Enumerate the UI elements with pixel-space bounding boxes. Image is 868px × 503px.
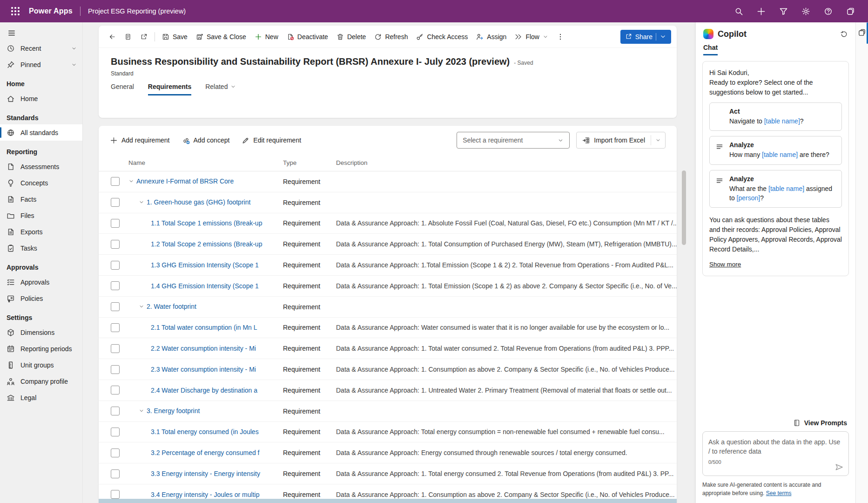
row-expand-chevron-icon[interactable]	[139, 408, 144, 414]
add-concept-button[interactable]: Add concept	[182, 136, 230, 144]
sidebar-item-tasks[interactable]: Tasks	[0, 240, 82, 256]
requirement-name-link[interactable]: 3.3 Energy intensity - Energy intensity	[151, 470, 260, 477]
row-checkbox[interactable]	[111, 386, 120, 394]
delete-button[interactable]: Delete	[332, 29, 370, 45]
sidebar-item-assessments[interactable]: Assessments	[0, 158, 82, 175]
row-checkbox[interactable]	[111, 428, 120, 436]
sidebar-item-policies[interactable]: Policies	[0, 290, 82, 306]
row-expand-chevron-icon[interactable]	[139, 304, 144, 309]
requirement-name-link[interactable]: 1.3 GHG Emission Intensity (Scope 1	[151, 261, 259, 269]
chevron-down-icon[interactable]	[651, 137, 665, 143]
requirement-name-link[interactable]: 3.1 Total energy consumed (in Joules	[151, 428, 259, 435]
requirement-name-link[interactable]: 1. Green-house gas (GHG) footprint	[147, 198, 250, 206]
save-close-button[interactable]: Save & Close	[192, 29, 250, 45]
refresh-button[interactable]: Refresh	[370, 29, 412, 45]
scrollbar-thumb[interactable]	[682, 170, 686, 245]
row-expand-chevron-icon[interactable]	[128, 178, 134, 184]
horizontal-scrollbar[interactable]	[99, 499, 677, 503]
column-header-name[interactable]: Name	[128, 159, 283, 166]
sidebar-item-pinned[interactable]: Pinned	[0, 56, 82, 73]
sidebar-item-reporting-periods[interactable]: Reporting periods	[0, 340, 82, 357]
back-button[interactable]	[104, 29, 120, 45]
more-button[interactable]	[552, 29, 568, 45]
vertical-scrollbar[interactable]	[682, 162, 686, 358]
settings-icon[interactable]	[796, 2, 815, 20]
sidebar-item-unit-groups[interactable]: Unit groups	[0, 357, 82, 373]
row-checkbox[interactable]	[111, 469, 120, 478]
help-icon[interactable]	[819, 2, 837, 20]
row-checkbox[interactable]	[111, 490, 120, 499]
see-terms-link[interactable]: See terms	[766, 490, 792, 496]
requirement-name-link[interactable]: 1.4 GHG Emission Intensity (Scope 1	[151, 282, 259, 290]
share-button[interactable]: Share	[620, 30, 671, 44]
search-icon[interactable]	[729, 2, 748, 20]
copilot-icon[interactable]	[841, 2, 860, 20]
view-prompts-button[interactable]: View Prompts	[702, 419, 849, 431]
row-checkbox[interactable]	[111, 344, 120, 353]
sidebar-item-approvals[interactable]: Approvals	[0, 274, 82, 290]
row-checkbox[interactable]	[111, 281, 120, 290]
row-checkbox[interactable]	[111, 219, 120, 228]
show-more-link[interactable]: Show more	[709, 261, 741, 268]
check-access-button[interactable]: Check Access	[412, 29, 472, 45]
import-from-excel-button[interactable]: Import from Excel	[576, 132, 666, 149]
send-icon[interactable]	[834, 462, 844, 472]
row-checkbox[interactable]	[111, 198, 120, 207]
tab-general[interactable]: General	[111, 83, 134, 95]
row-checkbox[interactable]	[111, 365, 120, 374]
requirement-name-link[interactable]: 3. Energy footprint	[147, 407, 200, 415]
select-requirement-dropdown[interactable]: Select a requirement	[457, 132, 570, 149]
flow-button[interactable]: Flow	[511, 29, 552, 45]
row-checkbox[interactable]	[111, 323, 120, 332]
deactivate-button[interactable]: Deactivate	[283, 29, 332, 45]
sidebar-item-facts[interactable]: Facts	[0, 191, 82, 207]
sidebar-item-legal[interactable]: Legal	[0, 389, 82, 406]
add-icon[interactable]	[752, 2, 770, 20]
copilot-input[interactable]: Ask a question about the data in the app…	[702, 431, 849, 476]
requirement-name-link[interactable]: 2.4 Water Discharge by destination a	[151, 387, 257, 394]
requirement-name-link[interactable]: 2. Water footprint	[147, 303, 196, 310]
copilot-suggestion-card[interactable]: AnalyzeWhat are the [table name] assigne…	[709, 170, 842, 208]
row-checkbox[interactable]	[111, 449, 120, 457]
row-checkbox[interactable]	[111, 407, 120, 415]
waffle-icon[interactable]	[8, 4, 22, 18]
copilot-rail-icon[interactable]	[858, 28, 866, 37]
requirement-name-link[interactable]: Annexure I-Format of BRSR Core	[136, 177, 234, 185]
sidebar-item-exports[interactable]: Exports	[0, 224, 82, 240]
sidebar-item-all-standards[interactable]: All standards	[0, 124, 82, 141]
copilot-suggestion-card[interactable]: AnalyzeHow many [table name] are there?	[709, 136, 842, 164]
requirement-name-link[interactable]: 3.4 Energy intensity - Joules or multip	[151, 491, 259, 498]
column-header-type[interactable]: Type	[283, 159, 336, 166]
requirement-name-link[interactable]: 2.2 Water consumption intensity - Mi	[151, 345, 256, 352]
row-checkbox[interactable]	[111, 177, 120, 186]
sidebar-item-home[interactable]: Home	[0, 90, 82, 107]
row-expand-chevron-icon[interactable]	[139, 199, 144, 205]
hamburger-icon[interactable]	[0, 22, 22, 40]
row-checkbox[interactable]	[111, 261, 120, 270]
add-requirement-button[interactable]: Add requirement	[110, 136, 170, 144]
row-checkbox[interactable]	[111, 302, 120, 311]
tab-requirements[interactable]: Requirements	[148, 83, 191, 95]
row-checkbox[interactable]	[111, 240, 120, 249]
copilot-suggestion-card[interactable]: ActNavigate to [table name]?	[709, 102, 842, 131]
requirement-name-link[interactable]: 1.2 Total Scope 2 emissions (Break-up	[151, 240, 262, 248]
requirement-name-link[interactable]: 1.1 Total Scope 1 emissions (Break-up	[151, 219, 262, 227]
tab-related[interactable]: Related	[205, 83, 236, 95]
popout-button[interactable]	[136, 29, 152, 45]
form-button[interactable]	[120, 29, 136, 45]
assign-button[interactable]: Assign	[472, 29, 511, 45]
tab-chat[interactable]: Chat	[703, 44, 718, 55]
sidebar-item-dimensions[interactable]: Dimensions	[0, 324, 82, 340]
filter-icon[interactable]	[774, 2, 793, 20]
save-button[interactable]: Save	[158, 29, 192, 45]
sidebar-item-files[interactable]: Files	[0, 207, 82, 224]
requirement-name-link[interactable]: 2.1 Total water consumption (in Mn L	[151, 324, 257, 331]
requirement-name-link[interactable]: 3.2 Percentage of energy consumed f	[151, 449, 259, 456]
requirement-name-link[interactable]: 2.3 Water consumption intensity - Mi	[151, 366, 256, 373]
sidebar-item-recent[interactable]: Recent	[0, 40, 82, 56]
column-header-description[interactable]: Description	[336, 159, 677, 166]
sidebar-item-concepts[interactable]: Concepts	[0, 175, 82, 191]
edit-requirement-button[interactable]: Edit requirement	[242, 136, 301, 144]
new-button[interactable]: New	[250, 29, 283, 45]
reset-chat-icon[interactable]	[840, 30, 848, 38]
